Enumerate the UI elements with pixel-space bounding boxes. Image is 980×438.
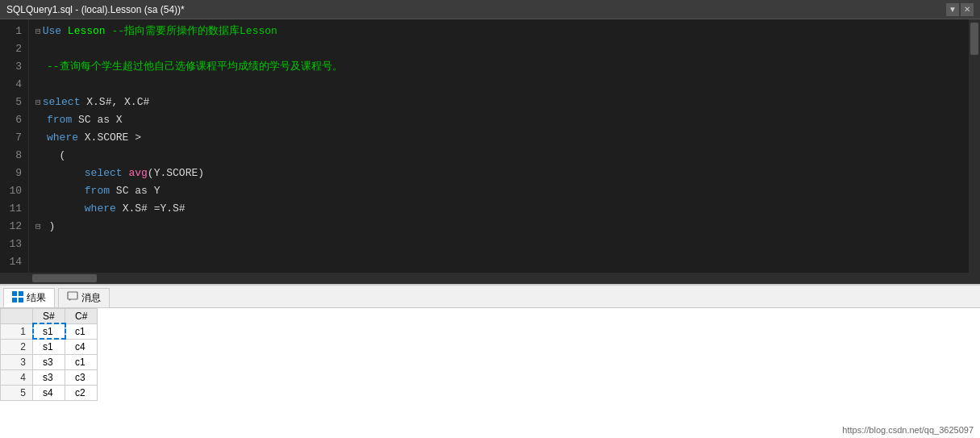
code-line-13 xyxy=(35,236,969,253)
results-table-container[interactable]: S# C# 1 s1 c1 2 s1 c4 xyxy=(0,308,980,438)
code-editor[interactable]: ⊟ Use Lesson --指向需要所操作的数据库Lesson --查询每个学… xyxy=(29,19,969,273)
results-tabs: 结果 消息 xyxy=(0,286,980,308)
code-line-11: where X.S# =Y.S# xyxy=(35,200,969,218)
code-line-7: where X.SCORE > xyxy=(35,129,969,147)
title-bar: SQLQuery1.sql - (local).Lesson (sa (54))… xyxy=(0,0,980,19)
line-num-6: 6 xyxy=(3,111,22,129)
code-line-2 xyxy=(35,40,969,58)
code-token: --查询每个学生超过他自己选修课程平均成绩的学号及课程号。 xyxy=(47,58,343,76)
line-num-11: 11 xyxy=(3,200,22,218)
code-token: X.S#, X.C# xyxy=(80,94,149,111)
editor-area: 1 2 3 4 5 6 7 8 9 10 11 12 13 14 ⊟ Use L… xyxy=(0,19,980,273)
svg-rect-1 xyxy=(19,291,23,296)
cell-s4[interactable]: s3 xyxy=(33,369,65,385)
collapse-icon-5[interactable]: ⊟ xyxy=(35,94,41,111)
collapse-icon-1[interactable]: ⊟ xyxy=(35,23,41,40)
pin-button[interactable]: ▼ xyxy=(946,3,959,16)
code-token xyxy=(123,165,129,182)
cell-c5[interactable]: c2 xyxy=(65,385,98,400)
messages-tab-label: 消息 xyxy=(81,291,101,305)
h-scrollbar-thumb[interactable] xyxy=(32,274,97,282)
row-num: 4 xyxy=(1,369,33,385)
line-numbers: 1 2 3 4 5 6 7 8 9 10 11 12 13 14 xyxy=(0,19,29,273)
row-num: 1 xyxy=(1,323,33,339)
row-num-header xyxy=(1,308,33,323)
tab-messages[interactable]: 消息 xyxy=(58,288,110,307)
code-token xyxy=(47,182,85,200)
tab-results[interactable]: 结果 xyxy=(3,288,55,307)
line-num-12: 12 xyxy=(3,218,22,236)
code-token: where xyxy=(85,200,116,218)
code-line-12: ⊟ ) xyxy=(35,218,969,236)
code-token: from xyxy=(85,182,110,200)
line-num-13: 13 xyxy=(3,236,22,253)
code-token: select xyxy=(85,165,123,182)
table-row[interactable]: 1 s1 c1 xyxy=(1,323,98,339)
row-num: 3 xyxy=(1,354,33,369)
row-num: 5 xyxy=(1,385,33,400)
code-line-10: from SC as Y xyxy=(35,182,969,200)
code-token: Lesson xyxy=(68,23,106,40)
code-token: where xyxy=(47,129,78,147)
code-token: ( xyxy=(47,147,65,165)
code-token: ) xyxy=(43,218,56,236)
results-table: S# C# 1 s1 c1 2 s1 c4 xyxy=(0,308,98,401)
cell-s3[interactable]: s3 xyxy=(33,354,65,369)
line-num-5: 5 xyxy=(3,94,22,111)
cell-c1[interactable]: c1 xyxy=(65,323,98,339)
code-line-14 xyxy=(35,253,969,271)
code-token: X.S# =Y.S# xyxy=(116,200,186,218)
horizontal-scrollbar[interactable] xyxy=(0,273,980,284)
code-token: from xyxy=(47,111,72,129)
row-num: 2 xyxy=(1,339,33,354)
cell-s2[interactable]: s1 xyxy=(33,339,65,354)
cell-c3[interactable]: c1 xyxy=(65,354,98,369)
code-line-4 xyxy=(35,76,969,94)
watermark: https://blog.csdn.net/qq_3625097 xyxy=(842,425,974,435)
code-line-5: ⊟ select X.S#, X.C# xyxy=(35,94,969,111)
title-bar-controls: ▼ ✕ xyxy=(946,3,974,16)
title-bar-left: SQLQuery1.sql - (local).Lesson (sa (54))… xyxy=(6,4,185,15)
svg-rect-2 xyxy=(12,298,17,302)
messages-tab-icon xyxy=(67,291,78,305)
code-token xyxy=(61,23,68,40)
line-num-10: 10 xyxy=(3,182,22,200)
line-num-1: 1 xyxy=(3,23,22,40)
cell-s5[interactable]: s4 xyxy=(33,385,65,400)
line-num-7: 7 xyxy=(3,129,22,147)
code-line-8: ( xyxy=(35,147,969,165)
cell-s1[interactable]: s1 xyxy=(33,323,65,339)
cell-c4[interactable]: c3 xyxy=(65,369,98,385)
code-token: --指向需要所操作的数据库Lesson xyxy=(106,23,277,40)
code-token xyxy=(47,200,85,218)
code-token: SC as Y xyxy=(110,182,160,200)
cell-c2[interactable]: c4 xyxy=(65,339,98,354)
close-button[interactable]: ✕ xyxy=(961,3,974,16)
table-row[interactable]: 2 s1 c4 xyxy=(1,339,98,354)
code-line-9: select avg (Y.SCORE) xyxy=(35,165,969,182)
line-num-8: 8 xyxy=(3,147,22,165)
line-num-2: 2 xyxy=(3,40,22,58)
window-title: SQLQuery1.sql - (local).Lesson (sa (54))… xyxy=(6,4,185,15)
code-line-3: --查询每个学生超过他自己选修课程平均成绩的学号及课程号。 xyxy=(35,58,969,76)
vertical-scrollbar[interactable] xyxy=(969,19,980,273)
svg-rect-0 xyxy=(12,291,17,296)
svg-rect-3 xyxy=(19,298,23,302)
code-line-6: from SC as X xyxy=(35,111,969,129)
table-row[interactable]: 4 s3 c3 xyxy=(1,369,98,385)
collapse-icon-12[interactable]: ⊟ xyxy=(35,218,41,236)
code-token xyxy=(47,165,85,182)
line-num-3: 3 xyxy=(3,58,22,76)
line-num-9: 9 xyxy=(3,165,22,182)
table-row[interactable]: 3 s3 c1 xyxy=(1,354,98,369)
col-header-c: C# xyxy=(65,308,98,323)
main-window: SQLQuery1.sql - (local).Lesson (sa (54))… xyxy=(0,0,980,438)
table-row[interactable]: 5 s4 c2 xyxy=(1,385,98,400)
code-token: Use xyxy=(43,23,61,40)
scrollbar-thumb[interactable] xyxy=(970,23,978,55)
col-header-s: S# xyxy=(33,308,65,323)
code-token: (Y.SCORE) xyxy=(148,165,204,182)
results-panel: 结果 消息 S# C# xyxy=(0,284,980,438)
code-token: SC as X xyxy=(72,111,122,129)
code-line-1: ⊟ Use Lesson --指向需要所操作的数据库Lesson xyxy=(35,23,969,40)
